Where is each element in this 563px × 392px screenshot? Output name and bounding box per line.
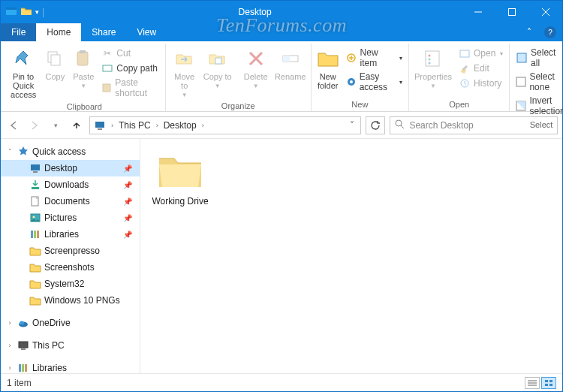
copy-to-button[interactable]: Copy to▼ xyxy=(202,45,233,91)
tree-item[interactable]: Screenshots xyxy=(1,259,140,276)
item-count: 1 item xyxy=(7,378,32,388)
breadcrumb-root[interactable]: This PC xyxy=(116,120,153,131)
tree-item[interactable]: Libraries📌 xyxy=(1,226,140,243)
rename-button[interactable]: Rename xyxy=(273,45,308,83)
details-view-button[interactable] xyxy=(525,377,540,389)
chevron-right-icon[interactable]: › xyxy=(200,122,206,129)
tab-home[interactable]: Home xyxy=(36,23,81,41)
svg-rect-16 xyxy=(283,56,290,62)
chevron-right-icon[interactable]: › xyxy=(155,122,160,129)
tree-label: Desktop xyxy=(44,163,77,173)
select-all-icon xyxy=(516,52,528,64)
tree-item[interactable]: Pictures📌 xyxy=(1,210,140,226)
collapse-ribbon-icon[interactable]: ˄ xyxy=(520,23,538,41)
svg-rect-7 xyxy=(51,55,60,65)
breadcrumb-pc-icon[interactable] xyxy=(92,119,108,131)
ribbon-group-organize: Move to▼ Copy to▼ Delete▼ Rename Organiz… xyxy=(166,44,312,111)
content-pane[interactable]: Working Drive xyxy=(140,139,562,373)
folder-icon[interactable] xyxy=(20,5,32,20)
tree-item[interactable]: Desktop📌 xyxy=(1,160,140,176)
open-group-label: Open xyxy=(412,98,506,111)
copy-to-label: Copy to xyxy=(203,72,232,81)
tree-root[interactable]: ›OneDrive xyxy=(1,315,140,331)
delete-icon xyxy=(244,47,268,71)
svg-point-38 xyxy=(33,216,35,219)
file-explorer-window: TenForums.com ▾ | Desktop File Home Shar… xyxy=(0,0,563,392)
tree-item[interactable]: Screenpresso xyxy=(1,243,140,259)
expand-icon[interactable]: › xyxy=(5,364,14,372)
back-button[interactable] xyxy=(5,117,22,134)
paste-label: Paste xyxy=(73,72,94,81)
easy-access-button[interactable]: Easy access▾ xyxy=(343,71,405,93)
titlebar: ▾ | Desktop xyxy=(1,1,562,23)
delete-label: Delete xyxy=(244,72,268,81)
copy-button[interactable]: Copy xyxy=(41,45,68,83)
edit-label: Edit xyxy=(474,63,489,74)
tree-root[interactable]: ›Libraries xyxy=(1,360,140,373)
copy-path-button[interactable]: Copy path xyxy=(98,62,161,75)
tree-item[interactable]: Downloads📌 xyxy=(1,176,140,193)
edit-button[interactable]: Edit xyxy=(456,62,506,75)
up-button[interactable] xyxy=(68,117,85,134)
cut-button[interactable]: ✂Cut xyxy=(98,47,161,60)
search-box[interactable]: Search Desktop xyxy=(390,116,558,134)
folder-item[interactable]: Working Drive xyxy=(146,149,214,207)
refresh-button[interactable] xyxy=(366,116,385,134)
file-tab[interactable]: File xyxy=(1,23,36,41)
select-none-label: Select none xyxy=(529,71,563,92)
app-icon xyxy=(5,5,17,20)
copy-path-label: Copy path xyxy=(116,63,158,74)
recent-locations-button[interactable]: ▾ xyxy=(47,117,64,134)
cut-icon: ✂ xyxy=(101,47,113,59)
svg-rect-34 xyxy=(33,171,38,173)
collapse-icon[interactable]: ˅ xyxy=(5,148,14,155)
qat-dropdown-icon[interactable]: ▾ xyxy=(35,8,39,16)
history-button[interactable]: History xyxy=(456,77,506,90)
forward-button[interactable] xyxy=(26,117,43,134)
tab-view[interactable]: View xyxy=(126,23,167,41)
svg-rect-47 xyxy=(22,364,24,372)
tab-share[interactable]: Share xyxy=(81,23,126,41)
new-item-label: New item xyxy=(360,47,395,68)
tree-item[interactable]: System32 xyxy=(1,276,140,292)
svg-rect-35 xyxy=(32,187,39,189)
paste-button[interactable]: Paste ▼ xyxy=(70,45,97,91)
expand-icon[interactable]: › xyxy=(5,342,14,349)
new-item-button[interactable]: New item▾ xyxy=(343,47,405,69)
select-none-button[interactable]: Select none xyxy=(513,71,563,93)
help-icon[interactable]: ? xyxy=(544,26,556,38)
close-button[interactable] xyxy=(528,1,562,23)
ribbon-tabs: File Home Share View ˄ ? xyxy=(1,23,562,41)
svg-point-22 xyxy=(429,59,431,61)
pin-to-quick-access-button[interactable]: Pin to Quick access xyxy=(7,45,40,101)
select-all-button[interactable]: Select all xyxy=(513,47,563,69)
paste-shortcut-button[interactable]: Paste shortcut xyxy=(98,77,161,99)
svg-rect-20 xyxy=(426,51,439,66)
large-icons-view-button[interactable] xyxy=(541,377,556,389)
easy-access-icon xyxy=(346,76,357,88)
svg-rect-26 xyxy=(517,53,526,62)
tree-item[interactable]: Windows 10 PNGs xyxy=(1,292,140,309)
address-dropdown-icon[interactable]: ˅ xyxy=(345,120,359,131)
chevron-right-icon[interactable]: › xyxy=(110,122,115,129)
svg-rect-44 xyxy=(19,342,28,348)
easy-access-label: Easy access xyxy=(360,71,395,92)
properties-button[interactable]: Properties▼ xyxy=(412,45,454,91)
pin-icon: 📌 xyxy=(123,214,137,222)
cut-label: Cut xyxy=(116,48,131,59)
open-icon xyxy=(459,47,471,59)
maximize-button[interactable] xyxy=(495,1,528,23)
tree-root[interactable]: ›This PC xyxy=(1,337,140,354)
address-bar[interactable]: › This PC › Desktop › ˅ xyxy=(89,116,361,134)
delete-button[interactable]: Delete▼ xyxy=(240,45,272,91)
new-folder-button[interactable]: New folder xyxy=(315,45,342,92)
navigation-pane[interactable]: ˅ Quick access Desktop📌Downloads📌Documen… xyxy=(1,139,140,373)
breadcrumb-item[interactable]: Desktop xyxy=(161,120,199,131)
move-to-button[interactable]: Move to▼ xyxy=(169,45,200,100)
expand-icon[interactable]: › xyxy=(5,319,14,327)
minimize-button[interactable] xyxy=(461,1,495,23)
tree-quick-access[interactable]: ˅ Quick access xyxy=(1,143,140,160)
pin-icon: 📌 xyxy=(123,181,137,189)
tree-item[interactable]: Documents📌 xyxy=(1,193,140,210)
open-button[interactable]: Open▾ xyxy=(456,47,506,60)
